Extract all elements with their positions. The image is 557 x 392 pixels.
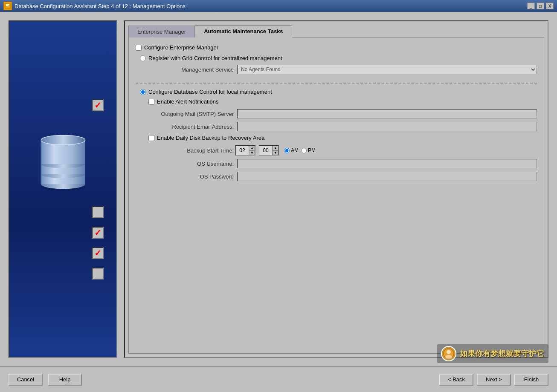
management-service-select[interactable]: No Agents Found (237, 65, 537, 74)
recipient-email-input[interactable] (237, 122, 537, 131)
tabs-container: Enterprise Manager Automatic Maintenance… (125, 21, 548, 37)
management-service-row: Management Service No Agents Found (136, 65, 537, 74)
recipient-email-label: Recipient Email Address: (148, 124, 234, 130)
configure-em-section: Configure Enterprise Manager Register wi… (136, 44, 537, 84)
back-button[interactable]: < Back (439, 374, 473, 386)
help-button[interactable]: Help (48, 374, 82, 386)
minute-up-button[interactable]: ▲ (273, 146, 278, 150)
main-content: Enterprise Manager Automatic Maintenance… (0, 12, 557, 366)
backup-hour-spinner: ▲ ▼ (235, 145, 255, 156)
hour-down-button[interactable]: ▼ (249, 150, 255, 155)
enable-alert-row: Enable Alert Notifications (136, 98, 537, 105)
svg-point-20 (445, 355, 452, 359)
outgoing-mail-label: Outgoing Mail (SMTP) Server (148, 111, 234, 117)
am-pm-group: AM PM (284, 147, 316, 153)
hour-spinner-buttons: ▲ ▼ (249, 146, 255, 155)
left-sidebar (9, 20, 117, 358)
maximize-button[interactable]: □ (537, 3, 544, 9)
db-control-label[interactable]: Configure Database Control for local man… (148, 89, 272, 95)
grid-control-radio-row: Register with Grid Control for centraliz… (136, 55, 537, 61)
next-button[interactable]: Next > (477, 374, 511, 386)
configure-em-label[interactable]: Configure Enterprise Manager (144, 44, 218, 51)
hour-up-button[interactable]: ▲ (249, 146, 255, 150)
step-3-check-done (92, 227, 104, 239)
bottom-bar: Cancel Help 如果你有梦想就要守护它 < Back Next > Fi… (0, 366, 557, 392)
window-controls: _ □ X (527, 3, 554, 9)
bottom-left-buttons: Cancel Help (9, 374, 82, 386)
tab-enterprise-manager[interactable]: Enterprise Manager (128, 26, 195, 37)
step-5-check-pending (92, 268, 104, 280)
minimize-button[interactable]: _ (527, 3, 535, 9)
outgoing-mail-row: Outgoing Mail (SMTP) Server (136, 109, 537, 118)
title-bar: Database Configuration Assistant Step 4 … (0, 0, 557, 12)
step-4-indicator (9, 247, 116, 259)
enable-alert-checkbox[interactable] (148, 99, 154, 105)
step-2-indicator (9, 206, 116, 218)
app-icon (3, 2, 12, 10)
backup-start-label: Backup Start Time: (148, 147, 234, 154)
grid-control-label[interactable]: Register with Grid Control for centraliz… (148, 55, 282, 61)
enable-alert-label[interactable]: Enable Alert Notifications (157, 98, 219, 105)
step-1-check-done (92, 99, 104, 111)
svg-rect-2 (8, 4, 9, 5)
os-password-label: OS Password (148, 173, 234, 180)
window-title: Database Configuration Assistant Step 4 … (15, 3, 186, 9)
watermark-text: 如果你有梦想就要守护它 (460, 349, 544, 359)
step-4-check-done (92, 247, 104, 259)
am-radio-label: AM (284, 147, 299, 153)
close-button[interactable]: X (546, 3, 554, 9)
enable-backup-label[interactable]: Enable Daily Disk Backup to Recovery Are… (157, 135, 264, 141)
os-username-row: OS Username: (136, 159, 537, 168)
backup-start-time-row: Backup Start Time: ▲ ▼ ▲ ▼ (136, 145, 537, 156)
backup-minute-spinner: ▲ ▼ (259, 145, 279, 156)
step-2-check-pending (92, 206, 104, 218)
tab-content: Configure Enterprise Manager Register wi… (128, 37, 544, 354)
svg-rect-3 (8, 6, 9, 6)
database-image (33, 124, 93, 193)
step-5-indicator (9, 268, 116, 280)
minute-down-button[interactable]: ▼ (273, 150, 278, 155)
step-1-indicator (9, 99, 116, 111)
os-username-input[interactable] (237, 159, 537, 168)
pm-radio-label: PM (301, 147, 316, 153)
watermark: 如果你有梦想就要守护它 (437, 344, 548, 363)
recipient-email-row: Recipient Email Address: (136, 122, 537, 131)
os-password-row: OS Password (136, 172, 537, 181)
os-password-input[interactable] (237, 172, 537, 181)
configure-em-row: Configure Enterprise Manager (136, 44, 537, 51)
cancel-button[interactable]: Cancel (9, 374, 43, 386)
enable-backup-checkbox[interactable] (148, 135, 154, 141)
enable-backup-row: Enable Daily Disk Backup to Recovery Are… (136, 135, 537, 141)
grid-control-radio[interactable] (140, 55, 146, 61)
bottom-right-area: 如果你有梦想就要守护它 < Back Next > Finish (439, 374, 548, 386)
svg-rect-1 (6, 4, 8, 6)
management-service-label: Management Service (148, 66, 234, 73)
finish-button[interactable]: Finish (514, 374, 548, 386)
step-3-indicator (9, 227, 116, 239)
backup-hour-input[interactable] (236, 146, 249, 155)
configure-em-checkbox[interactable] (136, 45, 142, 51)
svg-point-19 (447, 350, 451, 354)
db-control-radio[interactable] (140, 89, 146, 95)
am-radio[interactable] (284, 148, 290, 153)
outgoing-mail-input[interactable] (237, 109, 537, 118)
os-username-label: OS Username: (148, 161, 234, 167)
tab-automatic-maintenance[interactable]: Automatic Maintenance Tasks (195, 25, 292, 37)
backup-minute-input[interactable] (259, 146, 272, 155)
right-panel: Enterprise Manager Automatic Maintenance… (124, 20, 548, 358)
watermark-avatar (441, 346, 456, 361)
minute-spinner-buttons: ▲ ▼ (272, 146, 278, 155)
db-control-radio-row: Configure Database Control for local man… (136, 89, 537, 95)
pm-radio[interactable] (301, 148, 307, 153)
